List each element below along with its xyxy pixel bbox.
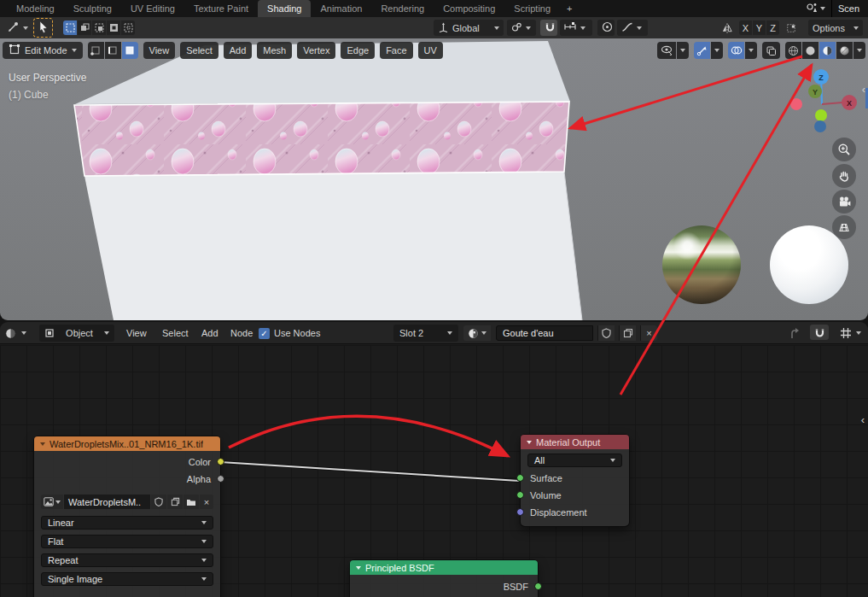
menu-select[interactable]: Select	[180, 42, 218, 59]
mirror-y-button[interactable]: Y	[753, 20, 766, 35]
tab-texture-paint[interactable]: Texture Paint	[184, 0, 258, 17]
image-browse-dropdown[interactable]	[41, 495, 63, 509]
show-gizmo-button[interactable]	[694, 42, 710, 59]
menu-vertex[interactable]: Vertex	[297, 42, 335, 59]
extension-dropdown[interactable]: Repeat	[41, 553, 213, 567]
collapse-triangle-icon[interactable]	[527, 441, 532, 444]
new-material-button[interactable]	[619, 325, 636, 341]
menu-node[interactable]: Node	[224, 325, 259, 342]
select-mode-subtract-button[interactable]	[92, 20, 106, 35]
node-sidebar-collapse-arrow[interactable]: ‹	[861, 413, 865, 426]
menu-add[interactable]: Add	[224, 42, 253, 59]
menu-uv[interactable]: UV	[418, 42, 443, 59]
menu-add[interactable]: Add	[195, 325, 225, 342]
socket-bsdf-output[interactable]	[534, 582, 542, 590]
pan-button[interactable]	[832, 164, 856, 188]
node-image-texture-header[interactable]: WaterDropletsMix..01_NRM16_1K.tif	[34, 436, 220, 451]
zoom-button[interactable]	[832, 138, 856, 161]
camera-view-button[interactable]	[832, 190, 856, 214]
gizmo-dropdown[interactable]	[711, 42, 723, 59]
image-unlink-button[interactable]: ×	[200, 495, 213, 509]
source-dropdown[interactable]: Single Image	[41, 572, 213, 586]
select-mode-extend-button[interactable]	[78, 20, 91, 35]
menu-face[interactable]: Face	[380, 42, 412, 59]
image-fake-user-button[interactable]	[151, 495, 166, 509]
unlink-material-button[interactable]: ×	[640, 325, 657, 341]
interpolation-dropdown[interactable]: Linear	[41, 516, 213, 530]
face-select-button[interactable]	[122, 42, 138, 59]
proportional-falloff-dropdown[interactable]	[617, 20, 648, 36]
visibility-dropdown[interactable]	[677, 42, 689, 59]
pivot-point-dropdown[interactable]	[507, 20, 536, 36]
menu-mesh[interactable]: Mesh	[257, 42, 292, 59]
transform-orientation-dropdown[interactable]: Global	[434, 20, 504, 36]
collapse-triangle-icon[interactable]	[356, 566, 361, 570]
output-target-dropdown[interactable]: All	[527, 454, 622, 467]
node-image-texture[interactable]: WaterDropletsMix..01_NRM16_1K.tif Color …	[34, 436, 220, 597]
shading-solid-button[interactable]	[802, 42, 818, 59]
shader-type-dropdown[interactable]: Object	[39, 325, 114, 342]
mirror-x-button[interactable]: X	[739, 20, 752, 35]
navigation-gizmo[interactable]: Y Z X	[790, 69, 857, 132]
transform-region-icon[interactable]	[782, 20, 801, 36]
tab-modeling[interactable]: Modeling	[7, 0, 64, 17]
cube-selected-textured-face[interactable]	[74, 102, 569, 176]
cube-front-face[interactable]	[84, 172, 582, 320]
snap-toggle-button[interactable]	[540, 20, 557, 36]
node-material-output[interactable]: Material Output All Surface Volume	[521, 435, 629, 526]
shading-rendered-button[interactable]	[836, 42, 853, 59]
scene-selector[interactable]: Scen	[806, 0, 859, 17]
projection-dropdown[interactable]: Flat	[41, 535, 213, 548]
menu-edge[interactable]: Edge	[341, 42, 375, 59]
select-mode-new-button[interactable]	[63, 20, 77, 35]
edge-select-button[interactable]	[105, 42, 121, 59]
socket-alpha-output[interactable]	[217, 475, 224, 483]
gizmo-axis-neg-y[interactable]	[815, 109, 827, 121]
tweak-tool-button[interactable]	[33, 18, 53, 38]
socket-volume-input[interactable]	[516, 491, 524, 499]
fake-user-button[interactable]	[597, 325, 615, 341]
viewport-3d[interactable]: Y Z X Edit Mode View Select	[0, 38, 868, 320]
image-new-button[interactable]	[167, 495, 183, 509]
mirror-z-button[interactable]: Z	[766, 20, 779, 35]
tab-animation[interactable]: Animation	[311, 0, 371, 17]
tab-scripting[interactable]: Scripting	[504, 0, 560, 17]
tab-rendering[interactable]: Rendering	[371, 0, 434, 17]
menu-view[interactable]: View	[143, 42, 176, 59]
editor-type-dropdown[interactable]	[4, 325, 26, 342]
proportional-editing-button[interactable]	[597, 20, 615, 36]
menu-view[interactable]: View	[119, 325, 154, 342]
gizmo-axis-neg-z[interactable]	[814, 120, 826, 132]
material-name-field[interactable]: Goute d'eau	[496, 325, 593, 341]
overlays-dropdown[interactable]	[745, 42, 757, 59]
socket-displacement-input[interactable]	[516, 508, 524, 516]
vertex-select-button[interactable]	[88, 42, 104, 59]
node-material-output-header[interactable]: Material Output	[521, 435, 629, 449]
shader-editor[interactable]: Object View Select Add Node ✓ Use Nodes …	[0, 322, 868, 597]
select-mode-intersect-button[interactable]	[121, 20, 135, 35]
material-slot-dropdown[interactable]: Slot 2	[393, 325, 458, 342]
options-dropdown[interactable]: Options	[808, 20, 863, 36]
node-snap-target-dropdown[interactable]	[840, 325, 861, 342]
image-open-button[interactable]	[184, 495, 199, 509]
add-workspace-button[interactable]: +	[560, 0, 579, 17]
show-hide-button[interactable]	[657, 42, 676, 59]
material-browse-dropdown[interactable]	[463, 325, 491, 341]
node-canvas[interactable]: WaterDropletsMix..01_NRM16_1K.tif Color …	[0, 345, 868, 597]
use-nodes-toggle[interactable]: ✓ Use Nodes	[259, 325, 320, 342]
mode-dropdown[interactable]: Edit Mode	[3, 42, 83, 59]
tab-sculpting[interactable]: Sculpting	[64, 0, 121, 17]
go-to-parent-tree-button[interactable]	[788, 325, 800, 342]
node-snap-toggle[interactable]	[810, 325, 829, 340]
cube-object[interactable]	[74, 41, 582, 320]
shading-material-preview-button[interactable]	[819, 42, 836, 59]
tab-compositing[interactable]: Compositing	[434, 0, 504, 17]
socket-color-output[interactable]	[217, 458, 224, 465]
select-mode-invert-button[interactable]	[107, 20, 120, 35]
shading-dropdown[interactable]	[853, 42, 865, 59]
socket-surface-input[interactable]	[516, 474, 524, 482]
gizmo-axis-neg-x[interactable]	[790, 98, 802, 110]
node-principled-bsdf[interactable]: Principled BSDF BSDF	[350, 560, 538, 597]
shading-wireframe-button[interactable]	[785, 42, 801, 59]
node-principled-header[interactable]: Principled BSDF	[350, 560, 538, 575]
